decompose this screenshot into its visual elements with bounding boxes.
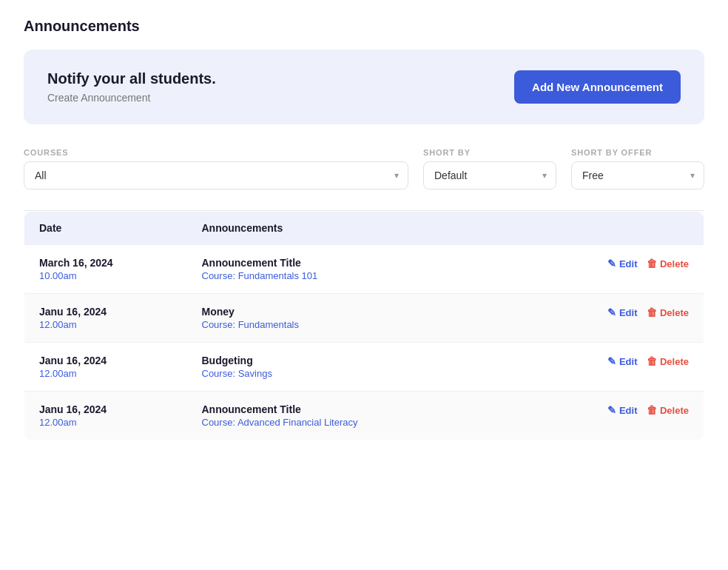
sort-by-select-wrapper[interactable]: Default Newest Oldest ▾	[423, 161, 556, 190]
banner-heading: Notify your all students.	[47, 70, 216, 87]
row-date-3: Janu 16, 2024	[39, 403, 172, 415]
banner-subtext: Create Announcement	[47, 92, 216, 104]
trash-icon-0: 🗑	[647, 258, 657, 269]
row-date-1: Janu 16, 2024	[39, 306, 172, 318]
edit-icon-1: ✎	[607, 306, 616, 318]
edit-icon-0: ✎	[607, 258, 616, 269]
actions-cell-2: ✎ Edit 🗑 Delete	[556, 343, 704, 392]
announcements-table: Date Announcements March 16, 2024 10.00a…	[24, 211, 704, 440]
delete-button-1[interactable]: 🗑 Delete	[647, 306, 689, 318]
announcement-banner: Notify your all students. Create Announc…	[24, 50, 704, 124]
delete-button-3[interactable]: 🗑 Delete	[647, 404, 689, 416]
announcement-cell-1: Money Course: Fundamentals	[187, 294, 556, 343]
page-title: Announcements	[24, 18, 704, 35]
delete-button-2[interactable]: 🗑 Delete	[647, 355, 689, 367]
row-time-1: 12.00am	[39, 319, 172, 330]
add-announcement-button[interactable]: Add New Announcement	[514, 70, 681, 104]
edit-button-3[interactable]: ✎ Edit	[607, 404, 638, 416]
sort-by-offer-filter-group: SHORT BY OFFER Free Paid All ▾	[571, 148, 704, 190]
actions-cell-1: ✎ Edit 🗑 Delete	[556, 294, 704, 343]
row-course-1: Course: Fundamentals	[202, 319, 542, 330]
edit-icon-2: ✎	[607, 355, 616, 367]
sort-by-offer-select[interactable]: Free Paid All	[582, 170, 693, 181]
courses-filter-group: COURSES All Fundamentals 101 Fundamental…	[24, 148, 408, 190]
courses-select[interactable]: All Fundamentals 101 Fundamentals Saving…	[35, 170, 397, 181]
edit-icon-3: ✎	[607, 404, 616, 416]
sort-by-select[interactable]: Default Newest Oldest	[434, 170, 545, 181]
date-cell-2: Janu 16, 2024 12.00am	[24, 343, 187, 392]
table-row: Janu 16, 2024 12.00am Budgeting Course: …	[24, 343, 704, 392]
sort-by-offer-filter-label: SHORT BY OFFER	[571, 148, 704, 157]
date-cell-1: Janu 16, 2024 12.00am	[24, 294, 187, 343]
trash-icon-2: 🗑	[647, 355, 657, 367]
trash-icon-1: 🗑	[647, 306, 657, 318]
row-time-3: 12.00am	[39, 417, 172, 428]
col-announcements: Announcements	[187, 212, 556, 245]
row-title-0: Announcement Title	[202, 257, 542, 269]
edit-button-2[interactable]: ✎ Edit	[607, 355, 638, 367]
row-title-3: Announcement Title	[202, 403, 542, 415]
row-course-2: Course: Savings	[202, 368, 542, 379]
date-cell-0: March 16, 2024 10.00am	[24, 245, 187, 294]
table-row: Janu 16, 2024 12.00am Announcement Title…	[24, 392, 704, 440]
courses-filter-label: COURSES	[24, 148, 408, 157]
table-row: March 16, 2024 10.00am Announcement Titl…	[24, 245, 704, 294]
filters-section: COURSES All Fundamentals 101 Fundamental…	[24, 148, 704, 190]
row-course-3: Course: Advanced Financial Literacy	[202, 417, 542, 428]
announcement-cell-0: Announcement Title Course: Fundamentals …	[187, 245, 556, 294]
announcement-cell-2: Budgeting Course: Savings	[187, 343, 556, 392]
col-date: Date	[24, 212, 187, 245]
col-actions	[556, 212, 704, 245]
delete-button-0[interactable]: 🗑 Delete	[647, 258, 689, 269]
sort-by-offer-select-wrapper[interactable]: Free Paid All ▾	[571, 161, 704, 190]
trash-icon-3: 🗑	[647, 404, 657, 416]
sort-by-filter-label: SHORT BY	[423, 148, 556, 157]
courses-select-wrapper[interactable]: All Fundamentals 101 Fundamentals Saving…	[24, 161, 408, 190]
row-time-2: 12.00am	[39, 368, 172, 379]
row-title-1: Money	[202, 306, 542, 318]
table-row: Janu 16, 2024 12.00am Money Course: Fund…	[24, 294, 704, 343]
actions-cell-3: ✎ Edit 🗑 Delete	[556, 392, 704, 440]
date-cell-3: Janu 16, 2024 12.00am	[24, 392, 187, 440]
row-title-2: Budgeting	[202, 355, 542, 366]
sort-by-filter-group: SHORT BY Default Newest Oldest ▾	[423, 148, 556, 190]
row-date-0: March 16, 2024	[39, 257, 172, 269]
announcement-cell-3: Announcement Title Course: Advanced Fina…	[187, 392, 556, 440]
edit-button-1[interactable]: ✎ Edit	[607, 306, 638, 318]
table-header-row: Date Announcements	[24, 212, 704, 245]
banner-text: Notify your all students. Create Announc…	[47, 70, 216, 104]
edit-button-0[interactable]: ✎ Edit	[607, 258, 638, 269]
row-date-2: Janu 16, 2024	[39, 355, 172, 366]
row-course-0: Course: Fundamentals 101	[202, 270, 542, 281]
actions-cell-0: ✎ Edit 🗑 Delete	[556, 245, 704, 294]
row-time-0: 10.00am	[39, 270, 172, 281]
